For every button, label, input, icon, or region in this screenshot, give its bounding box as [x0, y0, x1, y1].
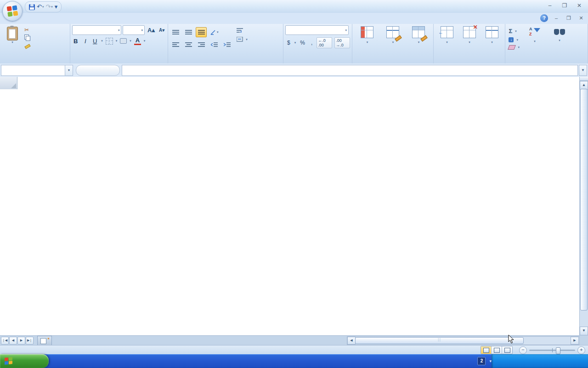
scroll-right-button[interactable]: ▶	[571, 337, 579, 345]
last-sheet-button[interactable]: ▶❘	[26, 337, 34, 345]
language-indicator-icon[interactable]: 2	[477, 357, 486, 365]
find-select-button[interactable]: ▾	[548, 25, 571, 64]
zoom-out-button[interactable]: −	[519, 346, 527, 354]
formula-bar-expand-button[interactable]: ▼	[579, 65, 587, 76]
workbook-minimize-button[interactable]: –	[552, 15, 560, 22]
align-bottom-button[interactable]	[196, 27, 207, 37]
font-size-select[interactable]: ▾	[123, 25, 145, 35]
format-painter-icon	[24, 42, 30, 48]
cell-styles-button[interactable]: ▾	[406, 25, 431, 64]
orientation-button[interactable]: ▾	[209, 27, 220, 37]
shrink-font-button[interactable]: A▾	[158, 27, 166, 33]
align-top-icon	[172, 30, 179, 35]
align-center-button[interactable]	[183, 40, 194, 50]
excel-window: ↶▾ ↷▾ ▾ – ❐ ✕ ? – ❐ ✕ ▾ ✂	[0, 0, 588, 368]
number-format-select[interactable]: ▾	[285, 25, 349, 35]
delete-cells-button[interactable]: ✕ ▾	[458, 25, 481, 64]
align-middle-button[interactable]	[183, 27, 194, 37]
formula-bar: ▼ ▼	[0, 63, 588, 77]
decrease-indent-button[interactable]	[209, 40, 220, 50]
scroll-left-button[interactable]: ◀	[347, 337, 356, 345]
select-all-corner[interactable]	[0, 77, 17, 90]
cut-icon: ✂	[24, 28, 29, 32]
window-controls: – ❐ ✕	[545, 2, 584, 10]
bold-button[interactable]: B	[72, 38, 79, 45]
title-bar: ↶▾ ↷▾ ▾ – ❐ ✕	[0, 0, 588, 13]
insert-function-button[interactable]	[76, 65, 120, 76]
comma-style-button[interactable]: ,	[309, 39, 314, 46]
font-name-select[interactable]: ▾	[72, 25, 121, 35]
system-tray	[492, 354, 588, 368]
align-left-button[interactable]	[170, 40, 181, 50]
zoom-slider-handle[interactable]	[556, 347, 560, 354]
borders-button[interactable]	[106, 38, 113, 45]
close-button[interactable]: ✕	[574, 2, 584, 10]
orientation-icon	[210, 29, 217, 35]
horizontal-scrollbar[interactable]: ◀ ▶	[347, 336, 580, 345]
sigma-icon: Σ	[509, 28, 512, 34]
workbook-restore-button[interactable]: ❐	[565, 15, 573, 22]
worksheet	[0, 77, 580, 335]
increase-decimal-button[interactable]: ←.0 .00	[317, 37, 332, 48]
conditional-formatting-button[interactable]: ▾	[354, 25, 380, 64]
underline-button[interactable]: U	[91, 38, 98, 45]
sort-filter-button[interactable]: AZ ▾	[523, 25, 547, 64]
help-button[interactable]: ?	[540, 14, 548, 22]
format-painter-button[interactable]	[23, 42, 33, 48]
start-button[interactable]	[0, 354, 49, 368]
copy-button[interactable]	[23, 34, 33, 40]
clear-icon	[508, 45, 516, 50]
taskbar-language-area: 2 ▾	[477, 357, 492, 365]
format-as-table-button[interactable]: ▾	[380, 25, 406, 64]
align-center-icon	[185, 42, 192, 47]
percent-style-button[interactable]: %	[298, 39, 307, 46]
clear-button[interactable]: ▾	[507, 45, 521, 50]
increase-indent-button[interactable]	[221, 40, 232, 50]
wrap-text-button[interactable]	[235, 28, 249, 34]
align-middle-icon	[185, 30, 192, 35]
cell-styles-icon	[412, 26, 425, 38]
zoom-slider[interactable]	[529, 350, 575, 351]
merge-center-button[interactable]: ▾	[235, 36, 249, 42]
minimize-button[interactable]: –	[545, 2, 555, 10]
mouse-cursor	[508, 334, 514, 344]
fill-button[interactable]: ↓▾	[507, 37, 521, 43]
align-top-button[interactable]	[170, 27, 181, 37]
name-box-dropdown[interactable]: ▼	[65, 65, 73, 76]
prev-sheet-button[interactable]: ◀	[9, 337, 17, 345]
align-left-icon	[172, 42, 179, 47]
align-right-button[interactable]	[196, 40, 207, 50]
italic-button[interactable]: I	[82, 38, 89, 45]
scroll-down-button[interactable]: ▼	[580, 327, 588, 335]
find-select-icon	[554, 28, 565, 36]
wrap-text-icon	[237, 28, 243, 33]
paste-button[interactable]: ▾	[2, 25, 23, 64]
page-break-view-button[interactable]	[502, 346, 512, 354]
grow-font-button[interactable]: A▴	[146, 26, 156, 34]
font-color-button[interactable]: A	[134, 37, 141, 45]
page-layout-view-button[interactable]	[492, 346, 502, 354]
cut-button[interactable]: ✂	[23, 27, 33, 33]
sheet-body	[0, 89, 580, 335]
vertical-scroll-thumb[interactable]	[580, 89, 588, 310]
first-sheet-button[interactable]: ❘◀	[1, 337, 9, 345]
fill-color-button[interactable]	[120, 38, 127, 44]
next-sheet-button[interactable]: ▶	[17, 337, 25, 345]
decrease-decimal-button[interactable]: .00 →.0	[334, 37, 350, 48]
status-bar: − +	[0, 345, 588, 355]
horizontal-scroll-thumb[interactable]	[355, 337, 524, 344]
vertical-split-handle[interactable]	[580, 77, 588, 81]
normal-view-button[interactable]	[481, 346, 492, 354]
workbook-close-button[interactable]: ✕	[577, 15, 585, 22]
autosum-button[interactable]: Σ▾	[507, 27, 521, 35]
accounting-format-button[interactable]: $	[285, 39, 292, 46]
zoom-in-button[interactable]: +	[577, 346, 585, 354]
format-cells-button[interactable]: ▾	[481, 25, 503, 64]
vertical-scrollbar[interactable]: ▲ ▼	[579, 77, 588, 335]
restore-button[interactable]: ❐	[560, 2, 570, 10]
name-box[interactable]	[1, 65, 65, 76]
formula-input[interactable]	[122, 65, 578, 76]
insert-worksheet-button[interactable]	[37, 336, 52, 345]
insert-cells-button[interactable]: ← ▾	[435, 25, 458, 64]
office-button[interactable]	[2, 1, 23, 21]
